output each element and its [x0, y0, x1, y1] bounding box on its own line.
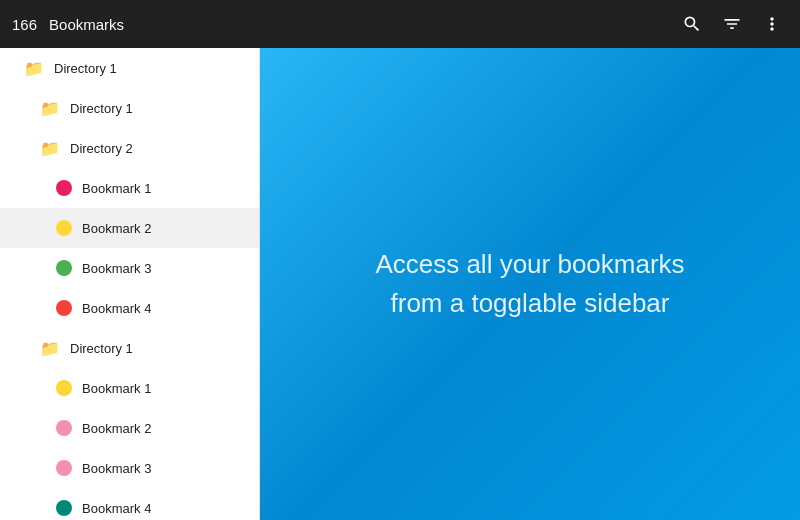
app-header: 166 Bookmarks: [0, 0, 800, 48]
bookmark-color-dot: [56, 260, 72, 276]
item-label: Bookmark 3: [82, 461, 151, 476]
bookmark-count: 166: [12, 16, 37, 33]
bookmark-color-dot: [56, 500, 72, 516]
sidebar-folder-item[interactable]: 📁Directory 1: [0, 328, 259, 368]
bookmark-color-dot: [56, 180, 72, 196]
more-button[interactable]: [756, 8, 788, 40]
item-label: Bookmark 1: [82, 181, 151, 196]
sidebar-bookmark-item[interactable]: Bookmark 4: [0, 488, 259, 520]
main-content: 📁Directory 1📁Directory 1📁Directory 2Book…: [0, 48, 800, 520]
more-icon: [762, 14, 782, 34]
sidebar-bookmark-item[interactable]: Bookmark 3: [0, 448, 259, 488]
filter-icon: [722, 14, 742, 34]
folder-icon: 📁: [24, 59, 44, 78]
item-label: Bookmark 2: [82, 421, 151, 436]
sidebar-bookmark-item[interactable]: Bookmark 2: [0, 208, 259, 248]
item-label: Directory 1: [70, 341, 133, 356]
bookmark-color-dot: [56, 380, 72, 396]
item-label: Directory 1: [70, 101, 133, 116]
item-label: Bookmark 4: [82, 301, 151, 316]
right-panel: Access all your bookmarksfrom a togglabl…: [260, 48, 800, 520]
sidebar-folder-item[interactable]: 📁Directory 1: [0, 48, 259, 88]
sidebar: 📁Directory 1📁Directory 1📁Directory 2Book…: [0, 48, 260, 520]
tagline: Access all your bookmarksfrom a togglabl…: [355, 225, 704, 343]
filter-button[interactable]: [716, 8, 748, 40]
sidebar-folder-item[interactable]: 📁Directory 1: [0, 88, 259, 128]
item-label: Bookmark 3: [82, 261, 151, 276]
sidebar-bookmark-item[interactable]: Bookmark 1: [0, 168, 259, 208]
sidebar-bookmark-item[interactable]: Bookmark 4: [0, 288, 259, 328]
item-label: Directory 1: [54, 61, 117, 76]
item-label: Bookmark 1: [82, 381, 151, 396]
search-icon: [682, 14, 702, 34]
search-button[interactable]: [676, 8, 708, 40]
item-label: Bookmark 4: [82, 501, 151, 516]
folder-icon: 📁: [40, 99, 60, 118]
item-label: Directory 2: [70, 141, 133, 156]
folder-icon: 📁: [40, 139, 60, 158]
sidebar-bookmark-item[interactable]: Bookmark 3: [0, 248, 259, 288]
sidebar-bookmark-item[interactable]: Bookmark 1: [0, 368, 259, 408]
bookmark-color-dot: [56, 220, 72, 236]
bookmark-color-dot: [56, 460, 72, 476]
folder-icon: 📁: [40, 339, 60, 358]
bookmark-color-dot: [56, 420, 72, 436]
bookmark-color-dot: [56, 300, 72, 316]
sidebar-bookmark-item[interactable]: Bookmark 2: [0, 408, 259, 448]
app-title: Bookmarks: [49, 16, 668, 33]
item-label: Bookmark 2: [82, 221, 151, 236]
sidebar-folder-item[interactable]: 📁Directory 2: [0, 128, 259, 168]
